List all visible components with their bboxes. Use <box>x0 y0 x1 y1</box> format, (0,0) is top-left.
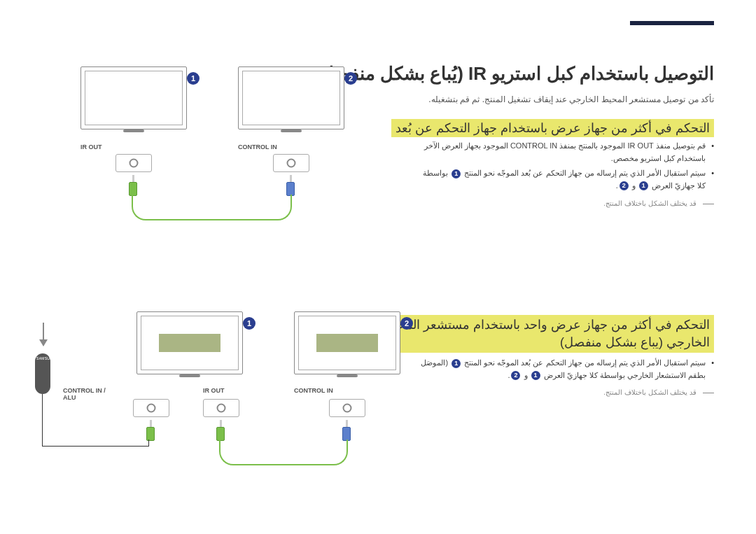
section1-header: التحكم في أكثر من جهاز عرض باستخدام جهاز… <box>391 119 714 137</box>
port-control-in <box>273 154 309 172</box>
cable-segment <box>132 195 292 220</box>
bullet-item: سيتم استقبال الأمر الذي يتم إرساله من جه… <box>420 357 714 381</box>
plug-body <box>286 182 295 196</box>
plug-tip <box>220 420 222 427</box>
bullet-text-part: سيتم استقبال الأمر الذي يتم إرساله من جه… <box>464 358 706 367</box>
monitor-stand <box>337 374 358 377</box>
monitor-screen <box>141 316 239 370</box>
plug-body <box>129 182 137 196</box>
sensor-brand-label: SAMSUNG <box>36 356 55 360</box>
arrow-down-icon <box>35 321 52 349</box>
plug-tip <box>290 175 292 182</box>
bullet-text: قم بتوصيل منفذ IR OUT الموجود بالمنتج بم… <box>424 141 706 162</box>
port-ir-out <box>203 399 239 417</box>
jack-hole <box>130 159 139 168</box>
monitor-2 <box>294 311 400 374</box>
bullet-item: سيتم استقبال الأمر الذي يتم إرساله من جه… <box>420 167 714 192</box>
jack-hole <box>343 404 352 413</box>
jack-hole <box>217 404 226 413</box>
section2-header: التحكم في أكثر من جهاز عرض واحد باستخدام… <box>378 315 714 353</box>
badge-1: 1 <box>187 72 200 85</box>
plug-tip <box>132 175 134 182</box>
diagram-1: 1 2 IR OUT CONTROL IN <box>42 66 357 227</box>
cable-black-segment <box>42 394 43 447</box>
diagram-2: SAMSUNG 1 2 CONTROL IN / ALU IR OUT CONT… <box>42 311 413 472</box>
page-subtitle: تأكد من توصيل مستشعر المحيط الخارجي عند … <box>428 94 714 104</box>
svg-marker-1 <box>39 339 48 346</box>
plug-body <box>146 427 155 441</box>
port-control-in <box>329 399 365 417</box>
monitor-1 <box>80 66 187 129</box>
bullet-text-part: و <box>524 371 528 379</box>
plug-green <box>144 420 158 441</box>
plug-blue <box>340 420 354 441</box>
badge-1-inline: 1 <box>451 359 461 368</box>
note-dash-icon <box>703 204 714 204</box>
bullet-text-part: و <box>632 181 636 190</box>
section2-bullets: سيتم استقبال الأمر الذي يتم إرساله من جه… <box>420 357 714 384</box>
control-in-label: CONTROL IN <box>294 387 333 394</box>
section1-note: قد يختلف الشكل باختلاف المنتج. <box>603 199 714 207</box>
screen-content <box>159 334 220 352</box>
screen-content <box>316 334 378 352</box>
plug-green <box>126 175 140 196</box>
bullet-item: قم بتوصيل منفذ IR OUT الموجود بالمنتج بم… <box>420 140 714 164</box>
page-title: التوصيل باستخدام كبل استريو IR (يُباع بش… <box>314 63 714 85</box>
badge-1-inline: 1 <box>531 371 540 380</box>
plug-tip <box>150 420 152 427</box>
plug-body <box>342 427 351 441</box>
jack-hole <box>147 404 156 413</box>
plug-green <box>214 420 227 441</box>
badge-2-inline: 2 <box>511 371 520 380</box>
monitor-1 <box>136 311 243 374</box>
section2-header-line2: الخارجي (يباع بشكل منفصل) <box>382 334 710 351</box>
monitor-screen <box>298 316 396 370</box>
badge-1: 1 <box>243 317 255 330</box>
monitor-screen <box>85 71 183 125</box>
cable-black-segment <box>148 440 149 447</box>
ir-out-label: IR OUT <box>203 387 225 394</box>
note-text: قد يختلف الشكل باختلاف المنتج. <box>603 199 696 207</box>
badge-2: 2 <box>344 72 357 85</box>
port-control-in-alu <box>133 399 169 417</box>
port-ir-out <box>115 154 152 172</box>
plug-blue <box>284 175 298 196</box>
header-accent-bar <box>630 21 714 25</box>
badge-1-inline: 1 <box>639 181 648 190</box>
monitor-stand <box>123 129 144 132</box>
cable-black-segment <box>42 446 149 447</box>
jack-hole <box>287 159 296 168</box>
section2-header-line1: التحكم في أكثر من جهاز عرض واحد باستخدام… <box>382 316 710 334</box>
note-text: قد يختلف الشكل باختلاف المنتج. <box>603 388 696 396</box>
plug-tip <box>346 420 348 427</box>
monitor-stand <box>179 374 200 377</box>
external-sensor: SAMSUNG <box>35 353 50 394</box>
ir-out-label: IR OUT <box>80 143 102 150</box>
control-in-alu-label: CONTROL IN / ALU <box>63 387 106 401</box>
badge-2: 2 <box>400 317 413 330</box>
plug-body <box>216 427 225 441</box>
monitor-screen <box>242 71 340 125</box>
control-in-label: CONTROL IN <box>238 143 277 150</box>
note-dash-icon <box>703 393 714 393</box>
section1-bullets: قم بتوصيل منفذ IR OUT الموجود بالمنتج بم… <box>420 140 714 195</box>
monitor-stand <box>281 129 302 132</box>
monitor-2 <box>238 66 344 129</box>
badge-1-inline: 1 <box>451 169 461 178</box>
badge-2-inline: 2 <box>620 181 629 190</box>
cable-segment <box>219 440 348 465</box>
section2-note: قد يختلف الشكل باختلاف المنتج. <box>603 388 714 396</box>
bullet-text-part: سيتم استقبال الأمر الذي يتم إرساله من جه… <box>464 169 706 177</box>
